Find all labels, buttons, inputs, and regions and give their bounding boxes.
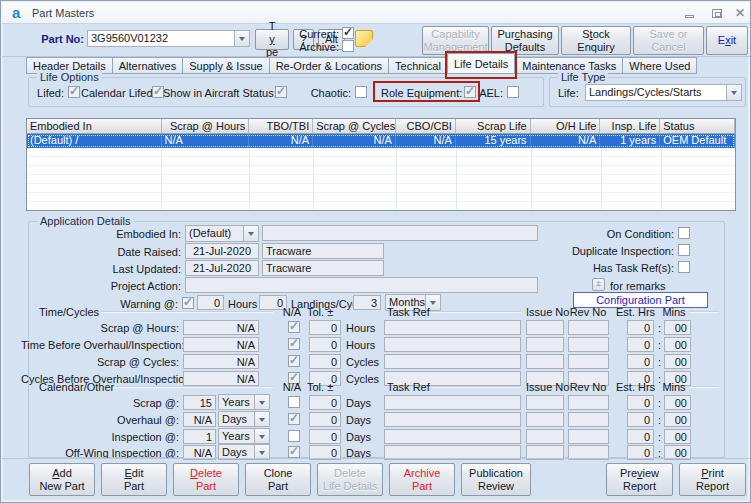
clone-part-button[interactable]: Clone Part	[245, 463, 311, 496]
embodied-in-text-field[interactable]	[262, 225, 538, 241]
tab-reorder-locations[interactable]: Re-Order & Locations	[269, 57, 388, 74]
tab-supply-issue[interactable]: Supply & Issue	[182, 57, 268, 74]
task-ref-field[interactable]	[384, 354, 521, 369]
tol-field[interactable]: 0	[309, 354, 341, 369]
issue-no-field[interactable]	[526, 412, 564, 427]
date-raised-user-field[interactable]: Tracware	[262, 243, 384, 259]
has-task-refs-checkbox[interactable]	[678, 261, 690, 273]
close-button[interactable]: ✕	[733, 7, 747, 19]
project-action-field[interactable]	[185, 277, 538, 293]
column-header[interactable]: O/H Life	[531, 119, 601, 133]
edit-part-button[interactable]: Edit Part	[101, 463, 167, 496]
rev-no-field[interactable]	[568, 395, 609, 410]
sticky-note-icon[interactable]	[355, 30, 373, 47]
add-new-part-button[interactable]: Add New Part	[29, 463, 95, 496]
tol-field[interactable]: 0	[309, 412, 341, 427]
current-checkbox[interactable]	[342, 27, 354, 39]
dropdown-arrow-icon[interactable]	[243, 226, 258, 241]
issue-no-field[interactable]	[526, 337, 564, 352]
exit-button[interactable]: Exit	[706, 26, 748, 55]
na-checkbox[interactable]	[288, 396, 300, 408]
archive-checkbox[interactable]	[342, 40, 354, 52]
remarks-button[interactable]	[592, 278, 605, 291]
issue-no-field[interactable]	[526, 395, 564, 410]
tol-field[interactable]: 0	[309, 337, 341, 352]
dropdown-arrow-icon[interactable]	[254, 445, 269, 459]
dropdown-arrow-icon[interactable]	[254, 395, 269, 409]
tol-field[interactable]: 0	[309, 320, 341, 335]
grid-empty-rows[interactable]	[27, 148, 735, 210]
rev-no-field[interactable]	[568, 354, 609, 369]
column-header[interactable]: CBO/CBI	[396, 119, 456, 133]
task-ref-field[interactable]	[384, 429, 521, 444]
tol-field[interactable]: 0	[309, 429, 341, 444]
stock-enquiry-button[interactable]: Stock Enquiry	[561, 26, 631, 55]
issue-no-field[interactable]	[526, 320, 564, 335]
lifed-checkbox[interactable]	[68, 86, 80, 98]
preview-report-button[interactable]: Preview Report	[606, 463, 673, 496]
warning-hours-field[interactable]: 0	[197, 295, 224, 310]
tab-life-details[interactable]: Life Details	[447, 53, 515, 74]
task-ref-field[interactable]	[384, 337, 521, 352]
grid-selected-row[interactable]: (Default) / N/A N/A N/A N/A 15 years N/A…	[27, 134, 735, 148]
archive-part-button[interactable]: Archive Part	[389, 463, 455, 496]
column-header[interactable]: Insp. Life	[600, 119, 660, 133]
overhaul-unit-combobox[interactable]: Days	[218, 411, 270, 427]
tbo-field[interactable]: N/A	[183, 337, 259, 352]
task-ref-field[interactable]	[384, 320, 521, 335]
print-report-button[interactable]: Print Report	[679, 463, 746, 496]
column-header[interactable]: Status	[660, 119, 735, 133]
date-raised-field[interactable]: 21-Jul-2020	[185, 243, 259, 259]
delete-part-button[interactable]: Delete Part	[173, 463, 239, 496]
task-ref-field[interactable]	[384, 412, 521, 427]
tab-alternatives[interactable]: Alternatives	[112, 57, 182, 74]
est-hrs-field[interactable]: 0	[627, 412, 654, 427]
minimize-button[interactable]	[683, 8, 697, 20]
embodied-in-combobox[interactable]: (Default)	[185, 225, 259, 242]
inspection-at-field[interactable]: 1	[183, 429, 216, 444]
cbo-field[interactable]: N/A	[183, 371, 259, 386]
na-checkbox[interactable]	[288, 321, 300, 333]
mins-field[interactable]: 00	[664, 337, 691, 352]
dropdown-arrow-icon[interactable]	[254, 429, 269, 443]
na-checkbox[interactable]	[288, 338, 300, 350]
ael-checkbox[interactable]	[507, 86, 519, 98]
tab-where-used[interactable]: Where Used	[622, 57, 697, 74]
column-header[interactable]: Scrap @ Cycles	[313, 119, 396, 133]
est-hrs-field[interactable]: 0	[627, 429, 654, 444]
column-header[interactable]: Scrap @ Hours	[162, 119, 250, 133]
maximize-button[interactable]	[710, 8, 724, 20]
column-header[interactable]: TBO/TBI	[249, 119, 313, 133]
na-checkbox[interactable]	[288, 413, 300, 425]
dropdown-arrow-icon[interactable]	[726, 85, 741, 100]
chaotic-checkbox[interactable]	[355, 86, 367, 98]
life-type-combobox[interactable]: Landings/Cycles/Starts	[585, 84, 742, 101]
part-no-combobox[interactable]: 3G9560V01232	[87, 30, 250, 47]
overhaul-at-field[interactable]: N/A	[183, 412, 216, 427]
tol-field[interactable]: 0	[309, 395, 341, 410]
rev-no-field[interactable]	[568, 320, 609, 335]
scrap-unit-combobox[interactable]: Years	[218, 394, 270, 410]
publication-review-button[interactable]: Publication Review	[461, 463, 531, 496]
rev-no-field[interactable]	[568, 429, 609, 444]
dropdown-arrow-icon[interactable]	[254, 412, 269, 426]
dropdown-arrow-icon[interactable]	[234, 31, 249, 46]
na-checkbox[interactable]	[288, 430, 300, 442]
duplicate-inspection-checkbox[interactable]	[678, 244, 690, 256]
rev-no-field[interactable]	[568, 412, 609, 427]
scrap-at-hours-field[interactable]: N/A	[183, 320, 259, 335]
mins-field[interactable]: 00	[664, 412, 691, 427]
tab-technical[interactable]: Technical	[388, 57, 447, 74]
on-condition-checkbox[interactable]	[678, 227, 690, 239]
est-hrs-field[interactable]: 0	[627, 320, 654, 335]
rev-no-field[interactable]	[568, 337, 609, 352]
est-hrs-field[interactable]: 0	[627, 354, 654, 369]
purchasing-defaults-button[interactable]: Purchasing Defaults	[491, 26, 559, 55]
column-header[interactable]: Scrap Life	[456, 119, 531, 133]
column-header[interactable]: Embodied In	[27, 119, 162, 133]
task-ref-field[interactable]	[384, 395, 521, 410]
mins-field[interactable]: 00	[664, 354, 691, 369]
na-checkbox[interactable]	[288, 355, 300, 367]
warning-checkbox[interactable]	[182, 297, 194, 309]
issue-no-field[interactable]	[526, 429, 564, 444]
